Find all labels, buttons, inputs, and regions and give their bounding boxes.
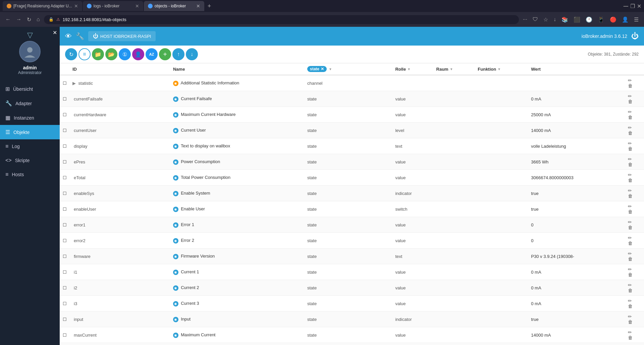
- tab-close-3[interactable]: ✕: [196, 3, 200, 9]
- menu-icon[interactable]: ☰: [633, 15, 640, 24]
- checkbox-icon[interactable]: ☐: [63, 238, 67, 243]
- row-type: state: [305, 154, 392, 170]
- filter-num-button[interactable]: ①: [119, 48, 131, 60]
- back-button[interactable]: ←: [4, 15, 12, 24]
- row-expand-icon[interactable]: ▶: [72, 81, 76, 86]
- library-icon[interactable]: 📚: [560, 15, 570, 24]
- delete-icon[interactable]: 🗑: [627, 193, 634, 199]
- window-close-button[interactable]: ✕: [637, 3, 641, 9]
- checkbox-icon[interactable]: ☐: [63, 333, 67, 338]
- download-icon[interactable]: ↓: [552, 15, 557, 24]
- sidebar-item-hosts[interactable]: ≡ Hosts: [0, 167, 60, 182]
- delete-icon[interactable]: 🗑: [627, 240, 634, 247]
- list-view-button[interactable]: ≡: [78, 48, 91, 60]
- checkbox-icon[interactable]: ☐: [63, 175, 67, 180]
- function-sort-icon[interactable]: ▼: [497, 67, 501, 71]
- delete-icon[interactable]: 🗑: [627, 161, 634, 168]
- tab-icon-3: [148, 4, 153, 8]
- checkbox-icon[interactable]: ☐: [63, 270, 67, 275]
- delete-icon[interactable]: 🗑: [627, 82, 634, 89]
- checkbox-icon[interactable]: ☐: [63, 191, 67, 196]
- sidebar-item-log[interactable]: ≡ Log: [0, 139, 60, 153]
- row-role: level: [392, 123, 433, 138]
- room-sort-icon[interactable]: ▼: [450, 67, 453, 71]
- new-tab-button[interactable]: +: [205, 3, 214, 10]
- row-id: input: [70, 312, 170, 327]
- checkbox-icon[interactable]: ☐: [63, 254, 67, 259]
- delete-icon[interactable]: 🗑: [627, 256, 634, 262]
- tab-close-1[interactable]: ✕: [74, 3, 78, 9]
- row-room: [434, 170, 475, 186]
- checkbox-icon[interactable]: ☐: [63, 207, 67, 212]
- delete-icon[interactable]: 🗑: [627, 98, 634, 105]
- minimize-button[interactable]: ─: [624, 2, 628, 10]
- row-function: [475, 154, 528, 170]
- delete-icon[interactable]: 🗑: [627, 145, 634, 152]
- delete-icon[interactable]: 🗑: [627, 287, 634, 294]
- type-filter-tag[interactable]: state ✕: [307, 66, 327, 72]
- tablet-icon: 📱: [596, 15, 606, 24]
- checkbox-icon[interactable]: ☐: [63, 285, 67, 290]
- table-container[interactable]: ID Name state ✕: [60, 63, 644, 345]
- objects-icon: ☰: [5, 129, 10, 135]
- row-value: true: [528, 201, 624, 217]
- row-actions: ✏ 🗑: [624, 123, 644, 138]
- checkbox-icon[interactable]: ☐: [63, 301, 67, 306]
- user-filter-button[interactable]: 👤: [132, 48, 144, 60]
- delete-icon[interactable]: 🗑: [627, 319, 634, 325]
- sidebar-item-objekte[interactable]: ☰ Objekte: [0, 125, 60, 139]
- checkbox-icon[interactable]: ☐: [63, 144, 67, 149]
- row-actions: ✏ 🗑: [624, 154, 644, 170]
- forward-button[interactable]: →: [15, 15, 23, 24]
- row-value: 3066674.8000000003: [528, 170, 624, 186]
- sort-button[interactable]: AZ: [146, 48, 158, 60]
- delete-icon[interactable]: 🗑: [627, 271, 634, 278]
- url-input[interactable]: [63, 17, 514, 22]
- more-options-icon[interactable]: ···: [522, 15, 529, 24]
- row-id: enableSys: [70, 186, 170, 201]
- browser-tab-2[interactable]: logs - ioBroker ✕: [83, 1, 143, 11]
- role-sort-icon[interactable]: ▼: [407, 67, 411, 71]
- reload-button[interactable]: ↻: [25, 15, 33, 24]
- profile-icon[interactable]: 👤: [621, 15, 630, 24]
- add-button[interactable]: +: [159, 48, 171, 60]
- delete-icon[interactable]: 🗑: [627, 303, 634, 309]
- delete-icon[interactable]: 🗑: [627, 130, 634, 136]
- tab-icon-1: [7, 4, 11, 8]
- checkbox-icon[interactable]: ☐: [63, 81, 67, 86]
- delete-icon[interactable]: 🗑: [627, 208, 634, 215]
- import-button[interactable]: ↑: [172, 48, 184, 60]
- delete-icon[interactable]: 🗑: [627, 114, 634, 121]
- checkbox-icon[interactable]: ☐: [63, 96, 67, 101]
- delete-icon[interactable]: 🗑: [627, 177, 634, 184]
- maximize-button[interactable]: ❐: [630, 3, 635, 9]
- checkbox-icon[interactable]: ☐: [63, 128, 67, 133]
- delete-icon[interactable]: 🗑: [627, 224, 634, 231]
- type-sort-icon[interactable]: ▼: [329, 67, 332, 71]
- checkbox-icon[interactable]: ☐: [63, 317, 67, 322]
- row-room: [434, 296, 475, 312]
- home-button[interactable]: ⌂: [35, 15, 41, 24]
- browser-tab-3[interactable]: objects - ioBroker ✕: [144, 1, 204, 11]
- refresh-button[interactable]: ↻: [65, 48, 77, 60]
- sidebar-item-instanzen[interactable]: ▦ Instanzen: [0, 111, 60, 125]
- checkbox-icon[interactable]: ☐: [63, 112, 67, 117]
- sidebar-item-skripte[interactable]: <> Skripte: [0, 153, 60, 167]
- host-button[interactable]: ⏻ HOST IOBROKER-RASPI: [88, 31, 156, 41]
- expand-all-button[interactable]: 📁: [92, 48, 104, 60]
- sidebar-close-button[interactable]: ✕: [53, 29, 57, 36]
- tab-close-2[interactable]: ✕: [135, 3, 139, 9]
- sidebar-item-adapter[interactable]: 🔧 Adapter: [0, 96, 60, 111]
- address-bar[interactable]: 🔒 ⚠: [44, 15, 519, 24]
- sidebar-item-uebersicht[interactable]: ⊞ Übersicht: [0, 82, 60, 96]
- checkbox-icon[interactable]: ☐: [63, 222, 67, 227]
- checkbox-icon[interactable]: ☐: [63, 159, 67, 164]
- power-user-icon[interactable]: ⏻: [631, 32, 639, 41]
- export-button[interactable]: ↓: [186, 48, 198, 60]
- browser-tab-1[interactable]: [Frage] Realisierung Adapter U... ✕: [3, 1, 82, 11]
- remove-filter-button[interactable]: ✕: [321, 67, 324, 71]
- star-icon[interactable]: ☆: [542, 15, 549, 24]
- collapse-all-button[interactable]: 📂: [105, 48, 117, 60]
- row-type: state: [305, 296, 392, 312]
- delete-icon[interactable]: 🗑: [627, 334, 634, 341]
